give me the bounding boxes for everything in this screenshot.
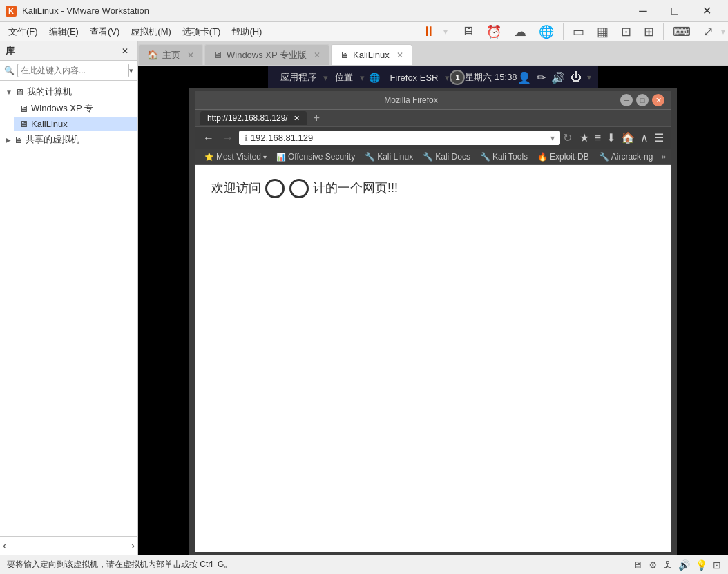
ff-home-btn[interactable]: 🏠 (619, 130, 637, 146)
ff-reader-btn[interactable]: ≡ (593, 131, 603, 146)
ff-menu-btn[interactable]: ☰ (652, 130, 666, 146)
ff-page-content[interactable]: 欢迎访问 计的一个网页!!! (195, 165, 671, 552)
ff-tab-close[interactable]: ✕ (294, 114, 300, 123)
ff-url-dropdown-btn[interactable]: ▾ (550, 133, 555, 143)
snapshot-btn[interactable]: ⏰ (481, 21, 506, 43)
vm-content-area: 🏠 主页 ✕ 🖥 Windows XP 专业版 ✕ 🖥 KaliLinux ✕ (138, 41, 728, 555)
kali-menu-firefox[interactable]: Firefox ESR (384, 70, 443, 86)
kali-tab-close[interactable]: ✕ (396, 50, 403, 60)
winxp-tab-close[interactable]: ✕ (314, 50, 320, 60)
bookmarks-more-btn[interactable]: » (661, 152, 666, 162)
pause-btn[interactable]: ⏸ (417, 21, 441, 43)
kali-label: KaliLinux (31, 119, 68, 129)
firefox-container: Mozilla Firefox ─ □ ✕ http://192.168.81.… (189, 88, 677, 555)
tree-item-kali[interactable]: 🖥 KaliLinux (14, 117, 137, 131)
ff-pocket-btn[interactable]: ∧ (638, 130, 651, 146)
ff-back-btn[interactable]: ← (200, 131, 217, 146)
ff-new-tab-btn[interactable]: + (309, 112, 324, 124)
bookmark-kali-linux[interactable]: 🔧 Kali Linux (361, 151, 417, 163)
bookmark-kali-docs[interactable]: 🔧 Kali Docs (419, 151, 475, 163)
winxp-tab-label: Windows XP 专业版 (227, 49, 307, 61)
ff-maximize-btn[interactable]: □ (636, 94, 649, 106)
tab-kali[interactable]: 🖥 KaliLinux ✕ (331, 44, 412, 65)
sidebar-bottom: ‹ › (0, 536, 137, 555)
menu-edit[interactable]: 编辑(E) (44, 24, 84, 39)
ff-tab-url-label: http://192.168.81.129/ (207, 113, 288, 123)
kali-people-icon: 👤 (517, 71, 531, 84)
title-bar: K KaliLinux - VMware Workstation ─ □ ✕ (0, 0, 728, 22)
bookmark-icon-kali: 🔧 (365, 152, 375, 162)
sidebar-prev-btn[interactable]: ‹ (3, 539, 6, 552)
kali-tab-icon: 🖥 (340, 50, 349, 60)
menu-tab[interactable]: 选项卡(T) (177, 24, 227, 39)
view-btn2[interactable]: ▦ (592, 21, 613, 43)
home-tab-label: 主页 (162, 49, 180, 61)
vm-display[interactable]: 应用程序 ▾ 位置 ▾ 🌐 Firefox ESR ▾ 1 星期六 15:38 … (138, 66, 728, 555)
kali-menu-places[interactable]: 位置 (329, 68, 358, 86)
ff-download-btn[interactable]: ⬇ (604, 130, 617, 146)
tree-winxp: 🖥 Windows XP 专 (0, 100, 137, 117)
ff-url-input[interactable] (251, 133, 548, 143)
tree-item-mycomputer[interactable]: ▼ 🖥 我的计算机 (0, 84, 137, 100)
status-text: 要将输入定向到该虚拟机，请在虚拟机内部单击或按 Ctrl+G。 (7, 559, 232, 571)
ff-tab-bar: http://192.168.81.129/ ✕ + (195, 110, 671, 127)
ff-tab-active[interactable]: http://192.168.81.129/ ✕ (200, 111, 307, 125)
menu-bar: 文件(F) 编辑(E) 查看(V) 虚拟机(M) 选项卡(T) 帮助(H) ⏸ … (0, 22, 728, 41)
console-btn[interactable]: ⌨ (668, 21, 696, 43)
ff-close-btn[interactable]: ✕ (652, 94, 664, 106)
bookmark-icon-exploit: 🔥 (537, 152, 548, 162)
menu-help[interactable]: 帮助(H) (226, 24, 267, 39)
menu-vm[interactable]: 虚拟机(M) (125, 24, 177, 39)
network-btn[interactable]: 🌐 (534, 21, 559, 43)
ff-nav-icons: ★ ≡ ⬇ 🏠 ∧ ☰ (577, 130, 666, 146)
monitor-btn[interactable]: 🖥 (457, 21, 479, 43)
tree-item-winxp[interactable]: 🖥 Windows XP 专 (14, 100, 137, 117)
bookmark-exploit-db[interactable]: 🔥 Exploit-DB (533, 151, 593, 163)
ff-bookmark-star-btn[interactable]: ★ (577, 130, 591, 146)
tab-home[interactable]: 🏠 主页 ✕ (138, 44, 203, 65)
workspace-indicator[interactable]: 1 (450, 70, 465, 85)
view-btn4[interactable]: ⊞ (639, 21, 659, 43)
bookmark-kali-tools[interactable]: 🔧 Kali Tools (476, 151, 532, 163)
home-tab-close[interactable]: ✕ (187, 50, 194, 60)
sidebar-search-input[interactable] (17, 64, 129, 77)
status-icon-6: ⊡ (713, 559, 721, 571)
bookmark-icon-most-visited: ⭐ (204, 153, 214, 162)
bookmark-aircrack[interactable]: 🔧 Aircrack-ng (595, 151, 658, 163)
security-info-icon[interactable]: ℹ (245, 133, 248, 143)
app-icon: K (6, 6, 17, 17)
page-content-suffix: 计的一个网页!!! (313, 181, 398, 195)
tree-item-shared[interactable]: ▶ 🖥 共享的虚拟机 (0, 131, 137, 148)
home-tab-icon: 🏠 (147, 50, 158, 60)
menu-file[interactable]: 文件(F) (3, 24, 44, 39)
sidebar-close-btn[interactable]: ✕ (118, 44, 132, 58)
minimize-button[interactable]: ─ (627, 0, 659, 22)
ff-reload-btn[interactable]: ↻ (563, 131, 572, 144)
view-btn1[interactable]: ▭ (568, 21, 589, 43)
close-button[interactable]: ✕ (691, 0, 722, 22)
kali-tab-label: KaliLinux (353, 50, 390, 60)
kali-menu-apps[interactable]: 应用程序 (275, 68, 322, 86)
ff-minimize-btn[interactable]: ─ (620, 94, 633, 106)
kali-datetime: 星期六 15:38 (465, 71, 517, 84)
kali-volume-icon: 🔊 (551, 71, 565, 84)
bookmark-most-visited[interactable]: ⭐ Most Visited ▾ (200, 151, 271, 163)
ff-forward-btn[interactable]: → (220, 131, 236, 146)
bookmark-icon-tools: 🔧 (480, 152, 490, 162)
computer-icon: 🖥 (15, 87, 24, 97)
search-dropdown-btn[interactable]: ▾ (129, 66, 133, 75)
bookmark-offensive[interactable]: 📊 Offensive Security (272, 151, 359, 163)
menu-view[interactable]: 查看(V) (84, 24, 125, 39)
shared-btn[interactable]: ☁ (509, 21, 531, 43)
kali-taskbar: 应用程序 ▾ 位置 ▾ 🌐 Firefox ESR ▾ 1 星期六 15:38 … (268, 66, 597, 88)
sidebar-next-btn[interactable]: › (131, 539, 135, 552)
search-icon: 🔍 (4, 66, 15, 75)
ff-navbar: ← → ℹ ▾ ↻ ★ ≡ ⬇ 🏠 ∧ (195, 127, 671, 149)
ff-url-bar: ℹ ▾ (239, 131, 560, 145)
fullscreen-btn[interactable]: ⤢ (698, 21, 718, 43)
tab-winxp[interactable]: 🖥 Windows XP 专业版 ✕ (204, 44, 329, 65)
sidebar-tree: ▼ 🖥 我的计算机 🖥 Windows XP 专 🖥 KaliLinux (0, 81, 137, 536)
shared-label: 共享的虚拟机 (26, 133, 79, 146)
maximize-button[interactable]: □ (659, 0, 691, 22)
view-btn3[interactable]: ⊡ (616, 21, 636, 43)
